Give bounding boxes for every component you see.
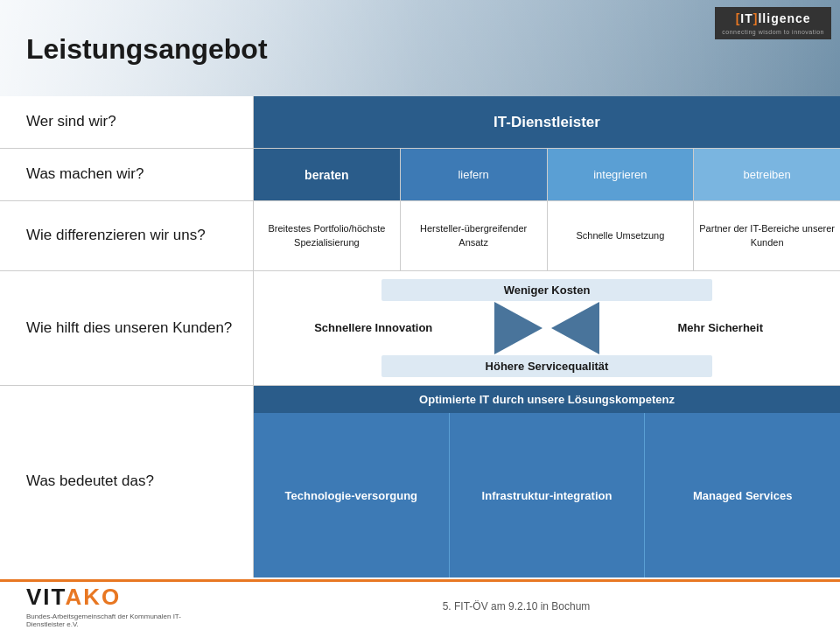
question-what: Was machen wir? xyxy=(0,149,254,200)
vitako-vit: VIT xyxy=(26,584,66,610)
row1-right: IT-Dienstleister xyxy=(254,96,840,148)
main-content: Wer sind wir? IT-Dienstleister Was mache… xyxy=(0,96,840,578)
row3-right: Breitestes Portfolio/höchste Spezialisie… xyxy=(254,201,840,270)
benefit-schnellere: Schnellere Innovation xyxy=(280,321,467,334)
diff-col-2: Schnelle Umsetzung xyxy=(547,201,694,270)
question-diff-text: Wie differenzieren wir uns? xyxy=(26,226,206,245)
question-who-text: Wer sind wir? xyxy=(26,112,116,131)
benefit-weniger-kosten: Weniger Kosten xyxy=(382,279,712,301)
logo-tagline: connecting wisdom to innovation xyxy=(722,28,824,37)
it-dienstleister-label: IT-Dienstleister xyxy=(254,96,840,148)
diff-col-3: Partner der IT-Bereiche unserer Kunden xyxy=(693,201,840,270)
row5-right: Optimierte IT durch unsere Lösungskompet… xyxy=(254,386,840,578)
logo-lligence: lligence xyxy=(758,11,810,25)
col-liefern: liefern xyxy=(400,149,547,200)
service-infrastruktur: Infrastruktur-integration xyxy=(449,413,645,578)
logo-it: IT xyxy=(740,11,752,25)
row-how-helps: Wie hilft dies unseren Kunden? Weniger K… xyxy=(0,271,840,386)
diff-col-1: Hersteller-übergreifender Ansatz xyxy=(400,201,547,270)
service-cols: Technologie-versorgung Infrastruktur-int… xyxy=(254,413,840,578)
vitako-logo: VITAKO Bundes-Arbeitsgemeinschaft der Ko… xyxy=(26,584,184,628)
question-helps: Wie hilft dies unseren Kunden? xyxy=(0,271,254,385)
benefit-hoehere: Höhere Servicequalität xyxy=(382,355,712,377)
diff-col-0: Breitestes Portfolio/höchste Spezialisie… xyxy=(254,201,400,270)
service-managed: Managed Services xyxy=(644,413,840,578)
it-lligence-logo: [IT]lligence connecting wisdom to innova… xyxy=(715,7,831,39)
question-what-text: Was machen wir? xyxy=(26,164,144,184)
vitako-name: VITAKO xyxy=(26,584,184,611)
col-beraten: beraten xyxy=(254,149,400,200)
row-what-we-do: Was machen wir? beraten liefern integrie… xyxy=(0,149,840,201)
row-differentiate: Wie differenzieren wir uns? Breitestes P… xyxy=(0,201,840,271)
svg-marker-1 xyxy=(551,302,599,354)
svg-marker-0 xyxy=(494,302,542,354)
benefit-middle-row: Schnellere Innovation Mehr Sicherheit xyxy=(271,302,822,354)
col-integrieren: integrieren xyxy=(547,149,694,200)
question-who: Wer sind wir? xyxy=(0,96,254,148)
row-meaning: Was bedeutet das? Optimierte IT durch un… xyxy=(0,386,840,578)
page-title: Leistungsangebot xyxy=(26,33,268,66)
question-helps-text: Wie hilft dies unseren Kunden? xyxy=(26,318,232,338)
optimized-label: Optimierte IT durch unsere Lösungskompet… xyxy=(254,386,840,413)
question-diff: Wie differenzieren wir uns? xyxy=(0,201,254,270)
vitako-ako: AKO xyxy=(66,584,122,610)
footer: VITAKO Bundes-Arbeitsgemeinschaft der Ko… xyxy=(0,579,840,630)
benefits-content: Weniger Kosten Schnellere Innovation Meh… xyxy=(254,271,840,385)
row4-right: Weniger Kosten Schnellere Innovation Meh… xyxy=(254,271,840,385)
question-meaning: Was bedeutet das? xyxy=(0,386,254,578)
question-meaning-text: Was bedeutet das? xyxy=(26,472,154,491)
col-betreiben: betreiben xyxy=(693,149,840,200)
service-technologie: Technologie-versorgung xyxy=(254,413,449,578)
row-who-are-we: Wer sind wir? IT-Dienstleister xyxy=(0,96,840,149)
footer-event: 5. FIT-ÖV am 9.2.10 in Bochum xyxy=(219,600,814,612)
row2-right: beraten liefern integrieren betreiben xyxy=(254,149,840,200)
vitako-subtitle: Bundes-Arbeitsgemeinschaft der Kommunale… xyxy=(26,612,184,628)
benefit-mehr-sicherheit: Mehr Sicherheit xyxy=(627,321,815,334)
bowtie-icon xyxy=(494,302,599,354)
